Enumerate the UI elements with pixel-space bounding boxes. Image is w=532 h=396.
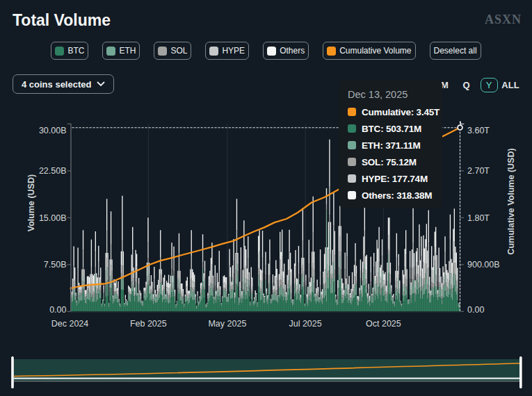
svg-text:1.80T: 1.80T: [467, 213, 490, 223]
svg-text:30.00B: 30.00B: [39, 126, 67, 135]
svg-text:2.70T: 2.70T: [467, 166, 490, 176]
svg-text:7.50B: 7.50B: [44, 260, 67, 270]
svg-text:Volume (USD): Volume (USD): [26, 174, 36, 231]
svg-text:3.60T: 3.60T: [467, 126, 490, 135]
svg-text:Feb 2025: Feb 2025: [130, 319, 167, 329]
svg-text:0.00: 0.00: [49, 305, 66, 315]
svg-text:Dec 2024: Dec 2024: [51, 319, 89, 329]
svg-text:Cumulative Volume (USD): Cumulative Volume (USD): [506, 148, 516, 254]
svg-text:Oct 2025: Oct 2025: [366, 319, 401, 329]
svg-text:15.00B: 15.00B: [39, 213, 67, 223]
svg-text:900.00B: 900.00B: [467, 260, 500, 270]
svg-text:Jul 2025: Jul 2025: [289, 319, 321, 329]
svg-text:22.50B: 22.50B: [39, 166, 67, 176]
svg-text:May 2025: May 2025: [208, 319, 246, 329]
svg-text:0.00: 0.00: [467, 305, 484, 315]
